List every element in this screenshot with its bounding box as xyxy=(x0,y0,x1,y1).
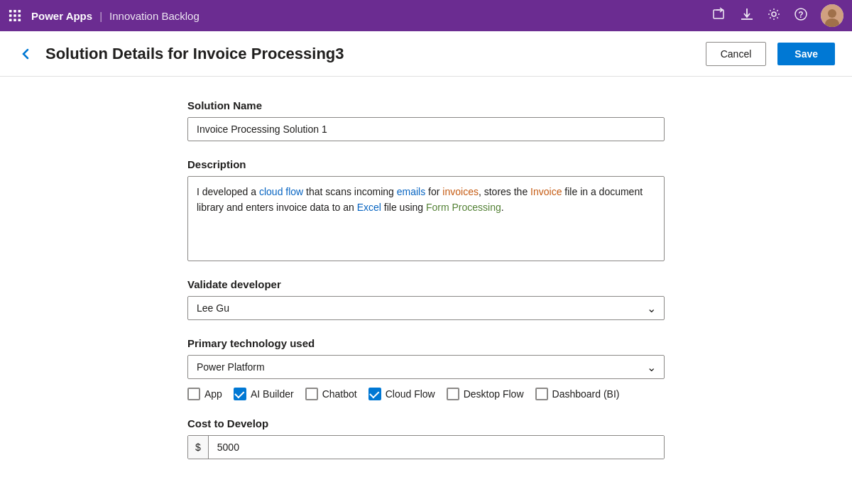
checkbox-cloud-flow[interactable]: Cloud Flow xyxy=(368,388,435,400)
header-bar: Solution Details for Invoice Processing3… xyxy=(0,31,852,77)
svg-rect-1 xyxy=(13,10,16,13)
help-icon[interactable]: ? xyxy=(794,7,808,24)
svg-rect-6 xyxy=(9,19,12,22)
checkbox-desktop-flow-label: Desktop Flow xyxy=(464,388,524,400)
primary-tech-select[interactable]: Power Platform Azure Custom Code xyxy=(187,355,665,379)
checkbox-ai-builder-label: AI Builder xyxy=(251,388,294,400)
svg-rect-9 xyxy=(714,10,723,18)
app-name: Power Apps xyxy=(31,10,92,22)
share-icon[interactable] xyxy=(713,7,727,24)
topbar: Power Apps | Innovation Backlog xyxy=(0,0,852,31)
svg-text:?: ? xyxy=(798,10,803,20)
topbar-separator: | xyxy=(99,10,102,22)
svg-rect-8 xyxy=(18,19,21,22)
description-textarea[interactable]: I developed a cloud flow that scans inco… xyxy=(187,176,665,261)
checkbox-chatbot-box[interactable] xyxy=(305,388,318,400)
validate-developer-wrapper: Lee Gu John Smith Jane Doe ⌄ xyxy=(187,296,665,320)
checkbox-dashboard-bi-label: Dashboard (BI) xyxy=(552,388,620,400)
validate-developer-field: Validate developer Lee Gu John Smith Jan… xyxy=(187,278,665,320)
back-button[interactable] xyxy=(17,45,34,62)
checkbox-desktop-flow-box[interactable] xyxy=(447,388,459,400)
checkbox-ai-builder-box[interactable] xyxy=(234,388,246,400)
validate-developer-select[interactable]: Lee Gu John Smith Jane Doe xyxy=(187,296,665,320)
svg-rect-2 xyxy=(18,10,21,13)
checkbox-cloud-flow-label: Cloud Flow xyxy=(386,388,435,400)
primary-tech-wrapper: Power Platform Azure Custom Code ⌄ xyxy=(187,355,665,379)
description-label: Description xyxy=(187,158,665,170)
grid-icon[interactable] xyxy=(9,9,21,22)
main-content: Solution Name Description I developed a … xyxy=(0,77,852,504)
checkbox-ai-builder[interactable]: AI Builder xyxy=(234,388,294,400)
validate-developer-label: Validate developer xyxy=(187,278,665,290)
form-container: Solution Name Description I developed a … xyxy=(170,99,682,459)
description-field: Description I developed a cloud flow tha… xyxy=(187,158,665,261)
checkbox-app-box[interactable] xyxy=(187,388,200,400)
checkbox-app[interactable]: App xyxy=(187,388,222,400)
svg-rect-0 xyxy=(9,10,12,13)
checkbox-row: App AI Builder Chatbot Cloud Flow Deskto… xyxy=(187,388,665,400)
checkbox-chatbot[interactable]: Chatbot xyxy=(305,388,357,400)
checkbox-chatbot-label: Chatbot xyxy=(322,388,357,400)
solution-name-field: Solution Name xyxy=(187,99,665,141)
avatar[interactable] xyxy=(821,4,843,27)
svg-rect-3 xyxy=(9,14,12,17)
svg-rect-5 xyxy=(18,14,21,17)
svg-point-13 xyxy=(772,12,776,16)
checkbox-dashboard-bi-box[interactable] xyxy=(535,388,548,400)
page-title: Solution Details for Invoice Processing3 xyxy=(45,45,694,63)
settings-icon[interactable] xyxy=(767,7,781,24)
checkbox-dashboard-bi[interactable]: Dashboard (BI) xyxy=(535,388,620,400)
solution-name-input[interactable] xyxy=(187,117,665,141)
solution-name-label: Solution Name xyxy=(187,99,665,111)
cost-prefix: $ xyxy=(188,436,209,459)
save-button[interactable]: Save xyxy=(777,43,835,65)
download-icon[interactable] xyxy=(740,7,754,24)
svg-rect-4 xyxy=(13,14,16,17)
primary-tech-label: Primary technology used xyxy=(187,337,665,349)
cost-input[interactable] xyxy=(209,436,664,459)
checkbox-desktop-flow[interactable]: Desktop Flow xyxy=(447,388,524,400)
topbar-page-name: Innovation Backlog xyxy=(109,10,200,22)
svg-rect-7 xyxy=(13,19,16,22)
checkbox-cloud-flow-box[interactable] xyxy=(368,388,381,400)
cancel-button[interactable]: Cancel xyxy=(706,42,767,66)
cost-label: Cost to Develop xyxy=(187,417,665,429)
checkbox-app-label: App xyxy=(204,388,222,400)
cost-field: Cost to Develop $ xyxy=(187,417,665,459)
cost-input-wrapper: $ xyxy=(187,435,665,459)
primary-tech-field: Primary technology used Power Platform A… xyxy=(187,337,665,400)
svg-point-17 xyxy=(828,9,836,18)
topbar-icons: ? xyxy=(713,4,843,27)
